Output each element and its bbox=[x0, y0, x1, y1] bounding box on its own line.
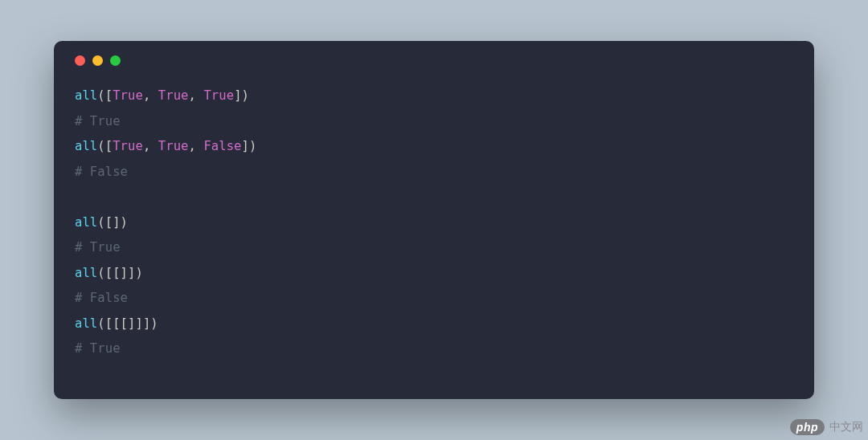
code-line bbox=[75, 185, 793, 210]
code-token-kw: True bbox=[113, 88, 143, 103]
code-line: all([True, True, True]) bbox=[75, 84, 793, 109]
code-token-bracket: ([[[]]]) bbox=[97, 316, 158, 331]
code-token-bracket: ([ bbox=[97, 139, 113, 153]
code-token-kw: True bbox=[158, 88, 189, 103]
code-line: all([[[]]]) bbox=[75, 312, 793, 337]
code-line: # False bbox=[75, 286, 793, 312]
code-line: all([[]]) bbox=[75, 261, 793, 287]
code-token-fn: all bbox=[75, 266, 97, 280]
code-token-comma: , bbox=[143, 139, 158, 153]
window-controls bbox=[75, 55, 793, 66]
code-token-bracket: ]) bbox=[242, 139, 257, 153]
code-token-fn: all bbox=[75, 316, 97, 331]
code-token-bracket: ]) bbox=[234, 88, 249, 103]
code-line: # False bbox=[75, 160, 793, 185]
close-icon[interactable] bbox=[75, 55, 85, 66]
code-token-kw: True bbox=[203, 88, 234, 103]
code-token-fn: all bbox=[75, 139, 97, 153]
code-comment: # True bbox=[75, 240, 121, 255]
code-token-comma: , bbox=[189, 88, 204, 103]
code-comment: # True bbox=[75, 114, 121, 128]
code-comment: # False bbox=[75, 291, 128, 305]
watermark-badge: php bbox=[790, 419, 825, 435]
code-token-fn: all bbox=[75, 215, 97, 230]
code-token-bracket: ([[]]) bbox=[97, 266, 143, 280]
code-comment: # True bbox=[75, 341, 121, 356]
code-line: all([]) bbox=[75, 210, 793, 236]
code-token-comma: , bbox=[189, 139, 204, 153]
code-token-bracket: ([]) bbox=[97, 215, 128, 230]
code-token-kw: True bbox=[158, 139, 189, 153]
code-token-fn: all bbox=[75, 88, 97, 103]
minimize-icon[interactable] bbox=[92, 55, 103, 66]
watermark: php 中文网 bbox=[790, 419, 863, 435]
code-line: all([True, True, False]) bbox=[75, 134, 793, 160]
code-line: # True bbox=[75, 235, 793, 261]
code-token-bracket: ([ bbox=[97, 88, 113, 103]
code-token-comma: , bbox=[143, 88, 158, 103]
maximize-icon[interactable] bbox=[110, 55, 121, 66]
code-token-kw: True bbox=[113, 139, 143, 153]
code-line: # True bbox=[75, 336, 793, 362]
code-comment: # False bbox=[75, 165, 128, 179]
code-token-kw: False bbox=[203, 139, 241, 153]
watermark-text: 中文网 bbox=[829, 420, 863, 434]
code-block: all([True, True, True])# Trueall([True, … bbox=[75, 84, 793, 362]
code-window: all([True, True, True])# Trueall([True, … bbox=[54, 41, 814, 399]
code-line: # True bbox=[75, 109, 793, 135]
